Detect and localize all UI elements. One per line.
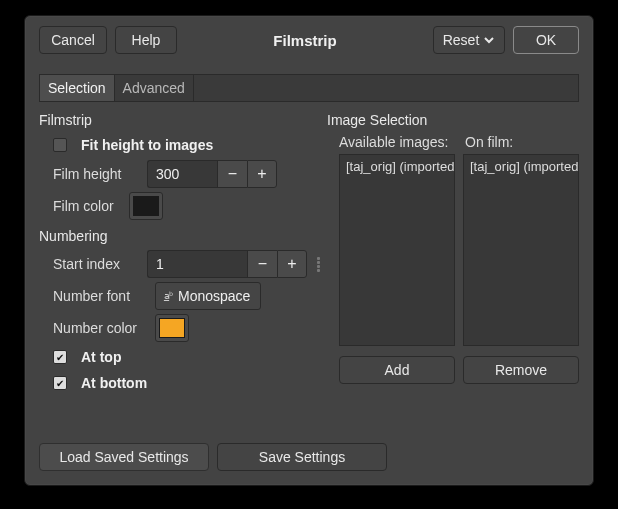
number-color-button[interactable] [155,314,189,342]
footer-bar: Load Saved Settings Save Settings [39,443,387,471]
film-height-row: Film height − + [53,160,327,188]
reset-button[interactable]: Reset [433,26,505,54]
save-settings-button[interactable]: Save Settings [217,443,387,471]
film-height-label: Film height [53,166,139,182]
number-font-label: Number font [53,288,147,304]
dialog: Cancel Help Filmstrip Reset OK Selection… [24,15,594,486]
number-font-row: Number font a̲ᵇ Monospace [53,282,327,310]
left-column: Filmstrip Fit height to images Film heig… [39,108,327,398]
film-height-decrement[interactable]: − [217,160,247,188]
start-index-input[interactable] [147,250,247,278]
tab-selection[interactable]: Selection [40,75,115,101]
right-column: Image Selection Available images: On fil… [327,108,579,398]
header-bar: Cancel Help Filmstrip Reset OK [25,16,593,64]
number-color-row: Number color [53,314,327,342]
add-remove-row: Add Remove [339,356,579,384]
tab-strip: Selection Advanced [39,74,579,102]
fit-height-checkbox[interactable] [53,138,67,152]
at-top-checkbox[interactable] [53,350,67,364]
font-icon: a̲ᵇ [164,291,172,301]
film-height-stepper: − + [147,160,277,188]
list-headers: Available images: On film: [339,134,579,150]
at-top-label: At top [81,349,121,365]
number-font-button[interactable]: a̲ᵇ Monospace [155,282,261,310]
number-color-label: Number color [53,320,147,336]
add-button[interactable]: Add [339,356,455,384]
at-bottom-label: At bottom [81,375,147,391]
start-index-row: Start index − + [53,250,327,278]
at-bottom-checkbox[interactable] [53,376,67,390]
start-index-decrement[interactable]: − [247,250,277,278]
start-index-stepper: − + [147,250,307,278]
available-images-label: Available images: [339,134,449,150]
on-film-label: On film: [465,134,513,150]
on-film-list[interactable]: [taj_orig] (imported) [463,154,579,346]
dialog-title: Filmstrip [185,32,425,49]
drag-handle-icon[interactable] [317,257,325,272]
load-saved-settings-button[interactable]: Load Saved Settings [39,443,209,471]
numbering-section-title: Numbering [39,228,327,244]
number-color-swatch [159,318,185,338]
filmstrip-section-title: Filmstrip [39,112,327,128]
reset-label: Reset [443,32,480,48]
fit-height-row: Fit height to images [53,134,327,156]
tab-advanced[interactable]: Advanced [115,75,194,101]
film-height-input[interactable] [147,160,217,188]
film-color-swatch [133,196,159,216]
start-index-label: Start index [53,256,139,272]
image-selection-title: Image Selection [327,112,579,128]
at-bottom-row: At bottom [53,372,327,394]
film-color-row: Film color [53,192,327,220]
ok-button[interactable]: OK [513,26,579,54]
content-area: Filmstrip Fit height to images Film heig… [25,102,593,398]
remove-button[interactable]: Remove [463,356,579,384]
cancel-button[interactable]: Cancel [39,26,107,54]
chevron-down-icon [483,34,495,46]
film-height-increment[interactable]: + [247,160,277,188]
start-index-increment[interactable]: + [277,250,307,278]
list-pair: [taj_orig] (imported) [taj_orig] (import… [339,154,579,346]
list-item[interactable]: [taj_orig] (imported) [340,155,454,178]
available-images-list[interactable]: [taj_orig] (imported) [339,154,455,346]
at-top-row: At top [53,346,327,368]
help-button[interactable]: Help [115,26,177,54]
number-font-value: Monospace [178,288,250,304]
film-color-button[interactable] [129,192,163,220]
film-color-label: Film color [53,198,121,214]
fit-height-label: Fit height to images [81,137,213,153]
list-item[interactable]: [taj_orig] (imported) [464,155,578,178]
